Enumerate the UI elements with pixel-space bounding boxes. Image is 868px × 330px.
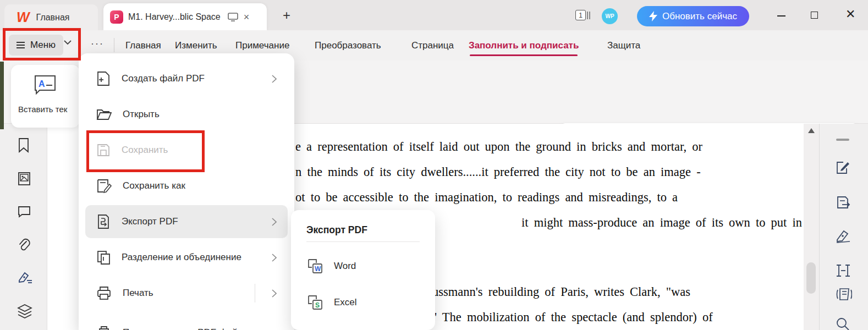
batch-print-icon xyxy=(96,326,112,330)
window-count-badge[interactable]: 1 xyxy=(575,10,590,20)
bookmark-icon[interactable] xyxy=(17,138,30,153)
upgrade-button[interactable]: Обновить сейчас xyxy=(637,6,749,26)
more-tabs-icon[interactable]: ··· xyxy=(91,38,104,50)
window-count-number: 1 xyxy=(575,10,586,20)
monitor-icon[interactable] xyxy=(228,13,238,21)
lightning-icon xyxy=(649,11,657,21)
window-stack-icon xyxy=(587,12,590,19)
split-merge-icon xyxy=(96,250,111,265)
attachment-icon[interactable] xyxy=(17,238,31,252)
document-tab-title: M1. Harvey...blic Space xyxy=(128,12,221,22)
menu-item-label: Сохранить как xyxy=(123,180,277,191)
menu-item-label: Открыть xyxy=(123,109,277,120)
annotation-box-save xyxy=(86,130,205,172)
menu-item-label: Создать файл PDF xyxy=(122,73,261,84)
divider xyxy=(255,284,255,302)
divider xyxy=(114,38,114,52)
menu-item-print[interactable]: Печать xyxy=(85,277,288,310)
menu-item-split-merge[interactable]: Разделение и объединение xyxy=(85,241,288,274)
submenu-item-label: Word xyxy=(334,261,356,272)
minimize-button[interactable] xyxy=(777,10,785,16)
print-icon xyxy=(96,286,112,300)
compress-icon[interactable] xyxy=(836,287,852,302)
insert-text-label: Вставить тек xyxy=(18,105,67,114)
export-pdf-icon xyxy=(96,214,111,229)
document-text-line: it might mass-produce an image of its ow… xyxy=(521,216,802,230)
ribbon-tab-page[interactable]: Страница xyxy=(411,30,454,61)
submenu-title: Экспорт PDF xyxy=(306,224,367,236)
signature-icon[interactable] xyxy=(17,271,34,286)
svg-text:S: S xyxy=(315,301,320,309)
divider xyxy=(306,241,420,242)
ribbon-tab-fill-sign[interactable]: Заполнить и подписать xyxy=(469,30,579,61)
scrollbar-up-icon[interactable] xyxy=(808,128,815,133)
svg-text:A: A xyxy=(39,79,45,89)
tab-bar: W Главная P M1. Harvey...blic Space × + … xyxy=(0,0,868,30)
document-text-line: ' The mobilization of the spectacle (and… xyxy=(435,310,713,324)
document-text-line: e a representation of itself laid out up… xyxy=(295,140,702,154)
annotation-box-menu xyxy=(3,28,81,61)
chevron-right-icon xyxy=(272,289,277,298)
file-menu: Создать файл PDF Открыть Сохранить xyxy=(79,53,294,330)
document-text-line: ussmann's rebuilding of Paris, writes Cl… xyxy=(432,285,690,299)
submenu-item-label: Excel xyxy=(334,297,357,308)
document-text-line: ot to be accessible to the imagination, … xyxy=(295,190,678,205)
menu-item-batch-print[interactable]: Пакетная печать PDF-файлов xyxy=(85,316,288,330)
menu-item-label: Печать xyxy=(123,288,244,299)
chevron-right-icon xyxy=(272,75,277,83)
ribbon-tab-convert[interactable]: Преобразовать xyxy=(315,30,381,61)
sign-pen-icon[interactable] xyxy=(836,229,851,243)
word-icon: W xyxy=(306,257,324,275)
document-text-line: n the minds of its city dwellers......it… xyxy=(295,165,701,179)
desktop-sliver xyxy=(0,62,4,129)
menu-item-open[interactable]: Открыть xyxy=(85,98,288,131)
menu-item-create-pdf[interactable]: Создать файл PDF xyxy=(85,62,288,95)
thumbnails-icon[interactable] xyxy=(17,172,31,186)
app-window: W Главная P M1. Harvey...blic Space × + … xyxy=(0,0,868,330)
home-tab-label: Главная xyxy=(36,13,70,23)
menu-item-export-pdf[interactable]: Экспорт PDF xyxy=(85,205,288,238)
export-file-icon[interactable] xyxy=(836,195,851,210)
wps-logo-icon: W xyxy=(17,10,30,24)
close-tab-icon[interactable]: × xyxy=(244,12,250,23)
maximize-button[interactable] xyxy=(811,10,818,19)
split-columns-icon[interactable] xyxy=(836,264,851,277)
layers-icon[interactable] xyxy=(17,304,32,319)
vertical-scrollbar[interactable] xyxy=(804,124,819,330)
submenu-item-word[interactable]: W Word xyxy=(299,252,427,280)
upgrade-label: Обновить сейчас xyxy=(662,11,737,22)
menu-item-label: Разделение и объединение xyxy=(122,252,261,263)
close-window-button[interactable]: ✕ xyxy=(845,9,855,20)
pdf-file-icon: P xyxy=(110,10,123,24)
open-folder-icon xyxy=(96,108,112,121)
comment-icon[interactable] xyxy=(17,205,31,218)
document-tab[interactable]: P M1. Harvey...blic Space × xyxy=(103,3,267,30)
ribbon-tab-protect[interactable]: Защита xyxy=(607,30,640,61)
left-sidebar xyxy=(0,124,47,330)
insert-text-icon: A xyxy=(33,74,57,96)
menu-item-save-as[interactable]: Сохранить как xyxy=(85,169,288,202)
export-pdf-submenu: Экспорт PDF W Word S Excel xyxy=(291,210,435,330)
home-tab[interactable]: W Главная xyxy=(4,4,98,30)
new-pdf-icon xyxy=(96,71,111,86)
chevron-right-icon xyxy=(272,218,277,226)
insert-text-tool[interactable]: A Вставить тек xyxy=(11,65,80,128)
submenu-item-excel[interactable]: S Excel xyxy=(299,288,427,317)
edit-icon[interactable] xyxy=(836,161,850,175)
menu-item-label: Пакетная печать PDF-файлов xyxy=(123,327,277,330)
search-icon[interactable] xyxy=(836,317,850,330)
scrollbar-thumb[interactable] xyxy=(806,262,816,294)
menu-item-label: Экспорт PDF xyxy=(122,216,261,227)
excel-icon: S xyxy=(306,294,324,311)
save-as-icon xyxy=(96,178,112,194)
new-tab-icon[interactable]: + xyxy=(283,9,290,22)
svg-text:W: W xyxy=(315,265,321,273)
avatar[interactable]: WP xyxy=(602,8,618,24)
chevron-right-icon xyxy=(272,254,277,262)
panel-drag-handle[interactable] xyxy=(836,139,849,141)
